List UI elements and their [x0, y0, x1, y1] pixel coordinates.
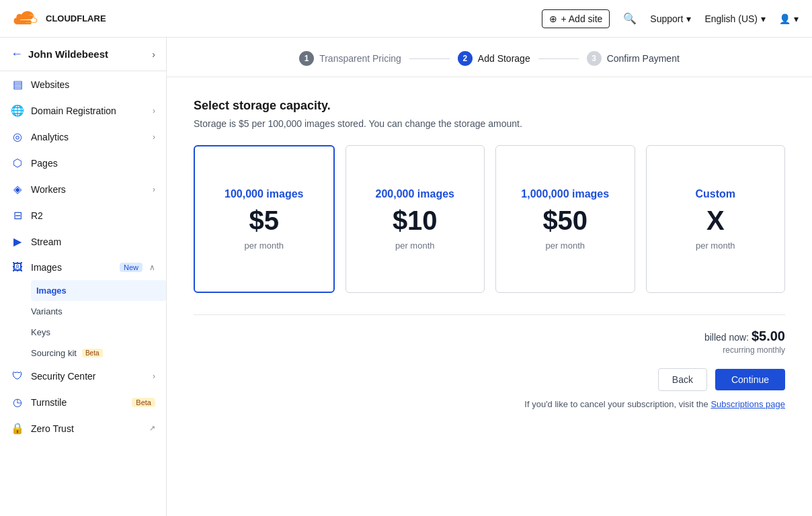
- main-layout: ← John Wildebeest › ▤ Websites 🌐 Domain …: [0, 38, 812, 516]
- billing-amount: $5.00: [752, 329, 785, 343]
- step-add-storage[interactable]: 2 Add Storage: [458, 51, 530, 66]
- step-3-label: Confirm Payment: [607, 53, 680, 64]
- plan-100k-unit: per month: [244, 241, 284, 251]
- stream-icon: ▶: [11, 235, 24, 248]
- sidebar-item-pages[interactable]: ⬡ Pages: [0, 150, 166, 176]
- sidebar: ← John Wildebeest › ▤ Websites 🌐 Domain …: [0, 38, 167, 516]
- sidebar-item-label: Turnstile: [31, 397, 125, 408]
- back-arrow-icon[interactable]: ←: [11, 47, 23, 61]
- language-chevron-icon: ▾: [761, 13, 766, 24]
- sidebar-item-zero-trust[interactable]: 🔒 Zero Trust ↗: [0, 415, 166, 441]
- sidebar-item-domain-registration[interactable]: 🌐 Domain Registration ›: [0, 97, 166, 124]
- plan-200k-card[interactable]: 200,000 images $10 per month: [346, 145, 485, 293]
- step-1-label: Transparent Pricing: [319, 53, 401, 64]
- sub-item-label: Variants: [31, 306, 63, 316]
- plan-1m-title: 1,000,000 images: [521, 188, 609, 200]
- sidebar-sub-item-keys[interactable]: Keys: [31, 322, 166, 343]
- plan-custom-unit: per month: [696, 241, 735, 251]
- sidebar-item-workers[interactable]: ◈ Workers ›: [0, 176, 166, 202]
- new-badge: New: [120, 263, 143, 272]
- user-icon: 👤: [779, 13, 790, 24]
- sidebar-item-label: Analytics: [31, 132, 146, 142]
- user-chevron-icon: ▾: [794, 13, 799, 24]
- plan-100k-card[interactable]: 100,000 images $5 per month: [194, 145, 335, 293]
- chevron-down-icon: ›: [153, 132, 155, 142]
- sidebar-item-label: R2: [31, 210, 155, 221]
- chevron-down-icon: ›: [153, 372, 155, 381]
- r2-icon: ⊟: [11, 209, 24, 222]
- logo-text: CLOUDFLARE: [46, 13, 106, 24]
- subscriptions-page-link[interactable]: Subscriptions page: [710, 399, 785, 409]
- add-site-label: + Add site: [561, 13, 602, 24]
- language-label: English (US): [704, 13, 758, 24]
- support-label: Support: [650, 13, 683, 24]
- sub-item-label: Keys: [31, 327, 50, 337]
- sub-item-label: Sourcing kit: [31, 348, 77, 358]
- domain-icon: 🌐: [11, 104, 24, 117]
- pricing-cards: 100,000 images $5 per month 200,000 imag…: [194, 145, 785, 293]
- sidebar-item-label: Domain Registration: [31, 105, 146, 116]
- step-transparent-pricing[interactable]: 1 Transparent Pricing: [299, 51, 401, 66]
- logo[interactable]: CLOUDFLARE: [13, 10, 106, 28]
- language-button[interactable]: English (US) ▾: [704, 13, 766, 24]
- step-1-number: 1: [299, 51, 314, 66]
- topnav-right: ⊕ + Add site 🔍 Support ▾ English (US) ▾ …: [542, 9, 799, 28]
- sidebar-item-r2[interactable]: ⊟ R2: [0, 202, 166, 228]
- step-2-label: Add Storage: [478, 53, 530, 64]
- plan-custom-price: X: [706, 206, 725, 235]
- turnstile-icon: ◷: [11, 396, 24, 408]
- step-3-number: 3: [587, 51, 602, 66]
- billing-label: billed now:: [704, 332, 749, 343]
- sidebar-user[interactable]: ← John Wildebeest ›: [0, 38, 166, 71]
- plus-icon: ⊕: [549, 13, 557, 24]
- user-menu-button[interactable]: 👤 ▾: [779, 13, 799, 24]
- sidebar-item-websites[interactable]: ▤ Websites: [0, 71, 166, 97]
- sidebar-item-label: Images: [31, 262, 113, 273]
- sidebar-sub-item-images[interactable]: Images: [31, 280, 166, 301]
- sidebar-item-label: Stream: [31, 236, 155, 247]
- plan-200k-price: $10: [393, 206, 438, 235]
- section-subtitle: Storage is $5 per 100,000 images stored.…: [194, 118, 785, 129]
- sidebar-sub-item-variants[interactable]: Variants: [31, 301, 166, 322]
- plan-1m-card[interactable]: 1,000,000 images $50 per month: [495, 145, 635, 293]
- continue-button[interactable]: Continue: [715, 369, 785, 390]
- plan-custom-card[interactable]: Custom X per month: [646, 145, 786, 293]
- back-button[interactable]: Back: [658, 368, 707, 391]
- forward-arrow-icon[interactable]: ›: [152, 49, 155, 60]
- sidebar-item-label: Zero Trust: [31, 423, 143, 434]
- support-button[interactable]: Support ▾: [650, 13, 691, 24]
- plan-custom-title: Custom: [695, 188, 735, 200]
- billing-recurring: recurring monthly: [723, 345, 785, 355]
- chevron-down-icon: ›: [153, 185, 155, 194]
- sidebar-item-analytics[interactable]: ◎ Analytics ›: [0, 124, 166, 150]
- sub-item-label: Images: [36, 286, 67, 296]
- sidebar-item-turnstile[interactable]: ◷ Turnstile Beta: [0, 389, 166, 415]
- main-content: 1 Transparent Pricing 2 Add Storage 3 Co…: [167, 38, 812, 516]
- images-submenu: Images Variants Keys Sourcing kit Beta: [0, 280, 166, 363]
- plan-200k-title: 200,000 images: [376, 188, 454, 200]
- sidebar-item-images[interactable]: 🖼 Images New ∧: [0, 255, 166, 280]
- beta-badge: Beta: [132, 398, 155, 407]
- chevron-down-icon: ›: [153, 106, 155, 116]
- support-chevron-icon: ▾: [686, 13, 691, 24]
- external-link-icon: ↗: [149, 424, 155, 433]
- user-name: John Wildebeest: [28, 48, 108, 60]
- wizard-steps: 1 Transparent Pricing 2 Add Storage 3 Co…: [167, 38, 812, 77]
- section-divider: [194, 314, 785, 315]
- add-site-button[interactable]: ⊕ + Add site: [542, 9, 610, 28]
- sidebar-item-label: Workers: [31, 184, 146, 195]
- cancel-subscription-text: If you'd like to cancel your subscriptio…: [194, 399, 785, 409]
- sidebar-item-label: Security Center: [31, 371, 146, 382]
- step-divider-2: [538, 58, 579, 59]
- sidebar-item-label: Pages: [31, 158, 155, 169]
- step-confirm-payment[interactable]: 3 Confirm Payment: [587, 51, 680, 66]
- sidebar-item-stream[interactable]: ▶ Stream: [0, 228, 166, 255]
- analytics-icon: ◎: [11, 130, 24, 143]
- security-icon: 🛡: [11, 370, 24, 382]
- plan-1m-unit: per month: [545, 241, 585, 251]
- sidebar-sub-item-sourcing-kit[interactable]: Sourcing kit Beta: [31, 343, 166, 363]
- sidebar-item-security-center[interactable]: 🛡 Security Center ›: [0, 363, 166, 389]
- top-navigation: CLOUDFLARE ⊕ + Add site 🔍 Support ▾ Engl…: [0, 0, 812, 38]
- search-icon[interactable]: 🔍: [623, 12, 637, 25]
- actions-row: Back Continue: [194, 368, 785, 391]
